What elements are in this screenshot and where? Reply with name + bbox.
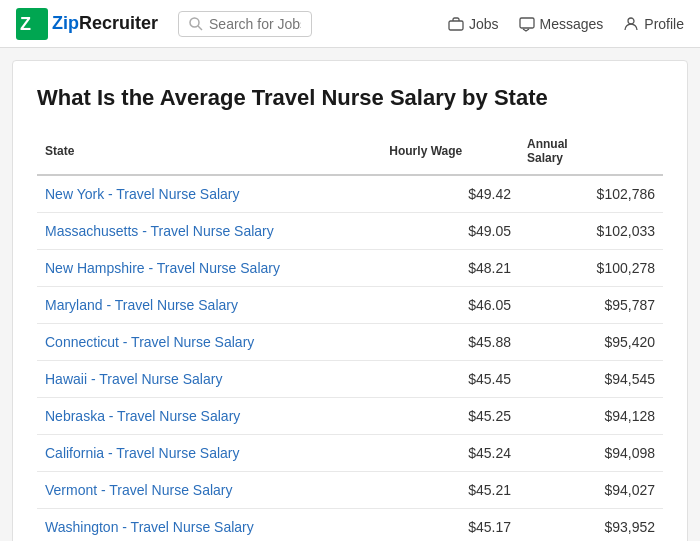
table-row: Massachusetts - Travel Nurse Salary$49.0… [37, 212, 663, 249]
table-header-row: State Hourly Wage Annual Salary [37, 131, 663, 175]
table-row: Hawaii - Travel Nurse Salary$45.45$94,54… [37, 360, 663, 397]
cell-annual: $94,545 [519, 360, 663, 397]
jobs-label: Jobs [469, 16, 499, 32]
profile-nav-link[interactable]: Profile [623, 16, 684, 32]
messages-nav-link[interactable]: Messages [519, 16, 604, 32]
state-link[interactable]: Maryland - Travel Nurse Salary [45, 297, 238, 313]
cell-state: Connecticut - Travel Nurse Salary [37, 323, 381, 360]
search-icon [189, 17, 203, 31]
cell-hourly: $48.21 [381, 249, 519, 286]
search-input[interactable] [209, 16, 301, 32]
col-header-state: State [37, 131, 381, 175]
briefcase-icon [448, 16, 464, 32]
table-row: California - Travel Nurse Salary$45.24$9… [37, 434, 663, 471]
cell-annual: $93,952 [519, 508, 663, 541]
cell-annual: $102,786 [519, 175, 663, 213]
svg-point-2 [190, 18, 199, 27]
cell-annual: $94,027 [519, 471, 663, 508]
logo-icon: Z [16, 8, 48, 40]
svg-rect-4 [449, 21, 463, 30]
col-header-annual: Annual Salary [519, 131, 663, 175]
cell-state: Massachusetts - Travel Nurse Salary [37, 212, 381, 249]
messages-icon [519, 16, 535, 32]
cell-hourly: $46.05 [381, 286, 519, 323]
person-icon [623, 16, 639, 32]
state-link[interactable]: Nebraska - Travel Nurse Salary [45, 408, 240, 424]
table-row: Washington - Travel Nurse Salary$45.17$9… [37, 508, 663, 541]
state-link[interactable]: New York - Travel Nurse Salary [45, 186, 240, 202]
cell-state: New York - Travel Nurse Salary [37, 175, 381, 213]
logo[interactable]: Z ZipRecruiter [16, 8, 158, 40]
cell-state: Vermont - Travel Nurse Salary [37, 471, 381, 508]
cell-annual: $94,128 [519, 397, 663, 434]
cell-hourly: $45.45 [381, 360, 519, 397]
cell-hourly: $45.25 [381, 397, 519, 434]
cell-state: New Hampshire - Travel Nurse Salary [37, 249, 381, 286]
table-row: New York - Travel Nurse Salary$49.42$102… [37, 175, 663, 213]
table-row: New Hampshire - Travel Nurse Salary$48.2… [37, 249, 663, 286]
col-header-hourly: Hourly Wage [381, 131, 519, 175]
cell-annual: $95,420 [519, 323, 663, 360]
cell-state: California - Travel Nurse Salary [37, 434, 381, 471]
table-row: Maryland - Travel Nurse Salary$46.05$95,… [37, 286, 663, 323]
state-link[interactable]: New Hampshire - Travel Nurse Salary [45, 260, 280, 276]
table-row: Connecticut - Travel Nurse Salary$45.88$… [37, 323, 663, 360]
state-link[interactable]: California - Travel Nurse Salary [45, 445, 240, 461]
profile-label: Profile [644, 16, 684, 32]
cell-hourly: $45.17 [381, 508, 519, 541]
state-link[interactable]: Connecticut - Travel Nurse Salary [45, 334, 254, 350]
cell-hourly: $45.88 [381, 323, 519, 360]
cell-hourly: $49.05 [381, 212, 519, 249]
table-row: Vermont - Travel Nurse Salary$45.21$94,0… [37, 471, 663, 508]
cell-state: Hawaii - Travel Nurse Salary [37, 360, 381, 397]
state-link[interactable]: Hawaii - Travel Nurse Salary [45, 371, 222, 387]
cell-state: Maryland - Travel Nurse Salary [37, 286, 381, 323]
cell-hourly: $45.24 [381, 434, 519, 471]
svg-rect-5 [520, 18, 534, 28]
search-bar[interactable] [178, 11, 312, 37]
cell-annual: $95,787 [519, 286, 663, 323]
cell-annual: $94,098 [519, 434, 663, 471]
cell-annual: $102,033 [519, 212, 663, 249]
state-link[interactable]: Washington - Travel Nurse Salary [45, 519, 254, 535]
cell-state: Washington - Travel Nurse Salary [37, 508, 381, 541]
cell-state: Nebraska - Travel Nurse Salary [37, 397, 381, 434]
svg-line-3 [198, 26, 202, 30]
page-title: What Is the Average Travel Nurse Salary … [37, 85, 663, 111]
state-link[interactable]: Massachusetts - Travel Nurse Salary [45, 223, 274, 239]
logo-text: ZipRecruiter [52, 13, 158, 34]
main-content: What Is the Average Travel Nurse Salary … [12, 60, 688, 541]
jobs-nav-link[interactable]: Jobs [448, 16, 499, 32]
cell-hourly: $49.42 [381, 175, 519, 213]
salary-table: State Hourly Wage Annual Salary New York… [37, 131, 663, 541]
cell-hourly: $45.21 [381, 471, 519, 508]
table-row: Nebraska - Travel Nurse Salary$45.25$94,… [37, 397, 663, 434]
svg-text:Z: Z [20, 14, 31, 34]
cell-annual: $100,278 [519, 249, 663, 286]
svg-point-6 [628, 18, 634, 24]
nav-links: Jobs Messages Profile [448, 16, 684, 32]
state-link[interactable]: Vermont - Travel Nurse Salary [45, 482, 233, 498]
messages-label: Messages [540, 16, 604, 32]
navbar: Z ZipRecruiter Jobs Messages [0, 0, 700, 48]
